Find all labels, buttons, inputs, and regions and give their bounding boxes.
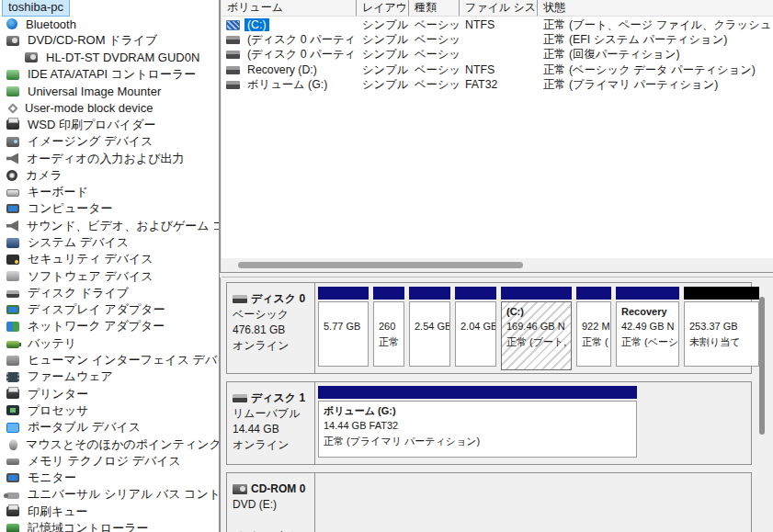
printer-icon — [6, 506, 19, 516]
volume-label: (ディスク 0 パーティション 7) — [244, 47, 357, 62]
horizontal-scrollbar-thumb[interactable] — [238, 262, 523, 268]
cd-icon — [233, 484, 247, 494]
tree-item[interactable]: オーディオの入力および出力 — [0, 150, 219, 166]
disk-drive-icon — [6, 290, 19, 298]
partition-status-bar — [318, 386, 637, 399]
tree-item-label: User-mode block device — [25, 101, 153, 115]
partition-text-line — [456, 334, 495, 349]
tree-item-label: ポータブル デバイス — [28, 419, 141, 436]
tree-item[interactable]: プロセッサ — [0, 402, 219, 419]
volume-label: (ディスク 0 パーティション 2) — [244, 32, 357, 48]
tree-item[interactable]: HL-DT-ST DVDRAM GUD0N — [0, 50, 219, 66]
usb-controller-icon — [6, 492, 19, 499]
tree-item[interactable]: カメラ — [0, 167, 219, 184]
volume-label: Recovery (D:) — [244, 63, 320, 76]
tree-item-label: メモリ テクノロジ デバイス — [28, 453, 181, 470]
tree-item[interactable]: IDE ATA/ATAPI コントローラー — [0, 66, 219, 83]
partition-body: ボリューム (G:)14.44 GB FAT32正常 (プライマリ パーティショ… — [318, 401, 637, 458]
column-header[interactable]: 状態 — [538, 0, 773, 16]
tree-root-computer[interactable]: toshiba-pc — [2, 0, 70, 17]
mouse-icon — [9, 439, 17, 450]
partition-text-line — [374, 304, 404, 319]
partition-text-line — [577, 304, 610, 319]
partition-box[interactable]: (C:)169.46 GB N正常 (ブート, — [500, 286, 573, 370]
partition-box[interactable]: 922 M正常 ( — [575, 286, 612, 370]
volume-row[interactable]: (ディスク 0 パーティション 7)シンプルベーシック正常 (回復パーティション… — [222, 48, 773, 62]
column-header[interactable]: ファイル システム — [460, 0, 538, 16]
partition-status-bar — [501, 287, 572, 300]
tree-item[interactable]: WSD 印刷プロバイダー — [0, 117, 219, 133]
ide-controller-icon — [6, 70, 19, 80]
volume-row[interactable]: (ディスク 0 パーティション 2)シンプルベーシック正常 (EFI システム … — [222, 32, 773, 47]
tree-item-label: ユニバーサル シリアル バス コントローラー — [28, 486, 219, 503]
disk-icon — [233, 394, 247, 402]
partition-box[interactable]: Recovery42.49 GB N正常 (ベーシ — [615, 286, 680, 370]
volume-fs-cell: FAT32 — [460, 78, 538, 91]
partition-box[interactable]: 2.54 GB — [408, 286, 451, 370]
tree-item[interactable]: User-mode block device — [0, 99, 219, 116]
unallocated-box[interactable]: 253.37 GB未割り当て — [683, 286, 760, 370]
disk-name: ディスク 1 — [251, 391, 305, 406]
vertical-scrollbar[interactable] — [757, 279, 768, 531]
tree-item[interactable]: イメージング デバイス — [0, 133, 219, 150]
tree-item[interactable]: セキュリティ デバイス — [0, 251, 219, 267]
tree-item[interactable]: システム デバイス — [0, 234, 219, 251]
tree-item[interactable]: マウスとそのほかのポインティング デバイス — [0, 436, 219, 452]
tree-item[interactable]: ファームウェア — [0, 368, 219, 385]
volume-row[interactable]: Recovery (D:)シンプルベーシックNTFS正常 (ベーシック データ … — [222, 62, 773, 77]
tree-item-label: ヒューマン インターフェイス デバイス — [28, 352, 219, 368]
disk-info-line: リムーバブル — [233, 406, 312, 422]
tree-item[interactable]: ユニバーサル シリアル バス コントローラー — [0, 486, 219, 503]
tree-item[interactable]: プリンター — [0, 386, 219, 402]
tree-item[interactable]: Bluetooth — [0, 16, 219, 32]
tree-item[interactable]: モニター — [0, 470, 219, 486]
tree-item[interactable]: ネットワーク アダプター — [0, 318, 219, 334]
tree-item[interactable]: バッテリ — [0, 335, 219, 352]
volume-row[interactable]: ボリューム (G:)シンプルベーシックFAT32正常 (プライマリ パーティショ… — [222, 77, 773, 92]
tree-item-label: DVD/CD-ROM ドライブ — [28, 32, 157, 49]
tree-item-label: サウンド、ビデオ、およびゲーム コントローラー — [27, 218, 219, 234]
disk-label-cell[interactable]: CD-ROM 0DVD (E:) メディアなし — [227, 473, 315, 532]
partition-box[interactable]: 2.04 GB — [454, 286, 497, 370]
vertical-scrollbar-thumb[interactable] — [759, 297, 765, 435]
disk-label-cell[interactable]: ディスク 1リムーバブル14.44 GBオンライン — [227, 382, 315, 464]
tree-item-label: 記憶域コントローラー — [28, 520, 149, 532]
audio-icon — [6, 153, 18, 164]
partition-text-line: 253.37 GB — [685, 319, 758, 334]
disk-name: CD-ROM 0 — [251, 481, 305, 497]
tree-item[interactable]: ソフトウェア デバイス — [0, 267, 219, 284]
partition-box[interactable]: ボリューム (G:)14.44 GB FAT32正常 (プライマリ パーティショ… — [317, 385, 638, 461]
bluetooth-icon — [6, 18, 17, 29]
disk-label-cell[interactable]: ディスク 0ベーシック476.81 GBオンライン — [227, 283, 315, 373]
disk-info-line — [233, 513, 312, 528]
column-header[interactable]: 種類 — [409, 0, 460, 16]
tree-item[interactable]: ポータブル デバイス — [0, 419, 219, 436]
tree-item[interactable]: ディスク ドライブ — [0, 285, 219, 301]
column-header[interactable]: レイアウト — [357, 0, 409, 16]
disk-graph-cell — [315, 473, 751, 532]
tree-item[interactable]: ディスプレイ アダプター — [0, 301, 219, 318]
tree-item[interactable]: サウンド、ビデオ、およびゲーム コントローラー — [0, 218, 219, 234]
partition-body: 2.04 GB — [455, 301, 496, 367]
partition-status-bar — [409, 287, 450, 300]
horizontal-scrollbar[interactable] — [222, 258, 773, 272]
tree-item[interactable]: コンピューター — [0, 200, 219, 217]
portable-device-icon — [6, 423, 19, 433]
partition-box[interactable]: 5.77 GB — [317, 286, 369, 370]
cd-drive-icon — [6, 36, 19, 46]
tree-item[interactable]: メモリ テクノロジ デバイス — [0, 453, 219, 470]
camera-icon — [6, 170, 17, 181]
tree-item[interactable]: 印刷キュー — [0, 504, 219, 520]
partition-box[interactable]: 260正常 — [372, 286, 405, 370]
tree-item[interactable]: 記憶域コントローラー — [0, 520, 219, 532]
tree-item[interactable]: ヒューマン インターフェイス デバイス — [0, 352, 219, 368]
tree-item[interactable]: キーボード — [0, 184, 219, 200]
volume-row[interactable]: (C:)シンプルベーシックNTFS正常 (ブート、ページ ファイル、クラッシュ … — [222, 17, 773, 32]
tree-item-label: プロセッサ — [28, 402, 89, 419]
tree-item[interactable]: Universal Image Mounter — [0, 83, 219, 99]
column-header[interactable]: ボリューム — [222, 0, 357, 16]
volume-icon — [226, 81, 240, 89]
volume-list-pane: ボリュームレイアウト種類ファイル システム状態 (C:)シンプルベーシックNTF… — [222, 0, 773, 272]
tree-item[interactable]: DVD/CD-ROM ドライブ — [0, 32, 219, 49]
partition-text-line: 正常 (ブート, — [502, 334, 571, 349]
